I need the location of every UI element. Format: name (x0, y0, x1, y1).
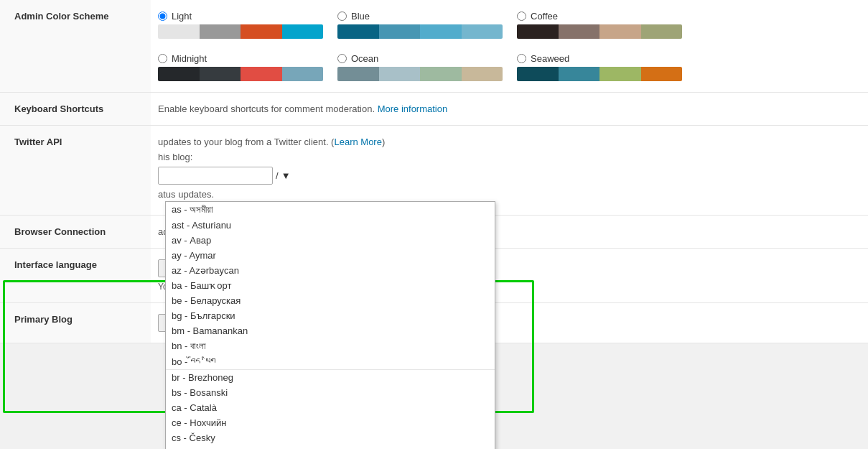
color-swatches-coffee (517, 24, 682, 39)
language-dropdown-list[interactable]: as - অসমীয়াast - Asturianuav - Аварay -… (165, 201, 495, 449)
color-option-seaweed: Seaweed (517, 53, 682, 81)
swatch (420, 24, 462, 39)
twitter-status-text: atus updates. (158, 189, 861, 200)
color-label-light[interactable]: Light (158, 11, 192, 22)
swatch (462, 24, 503, 39)
twitter-slash: / (276, 170, 279, 181)
twitter-api-label: Twitter API (0, 126, 151, 216)
swatch (282, 24, 324, 39)
swatch (559, 24, 600, 39)
color-radio-blue[interactable] (337, 11, 347, 21)
color-swatches-light (158, 24, 323, 39)
keyboard-shortcuts-link[interactable]: More information (378, 103, 448, 114)
color-radio-midnight[interactable] (158, 54, 167, 63)
dropdown-item[interactable]: bm - Bamanankan (166, 323, 495, 338)
admin-color-scheme-label: Admin Color Scheme (0, 0, 151, 93)
language-dropdown-overlay[interactable]: as - অসমীয়াast - Asturianuav - Аварay -… (165, 201, 495, 449)
admin-color-scheme-value: Light Blue (151, 0, 868, 93)
dropdown-item[interactable]: av - Авар (166, 233, 495, 248)
twitter-learn-more[interactable]: Learn More (334, 136, 381, 147)
dropdown-item[interactable]: ast - Asturianu (166, 218, 495, 233)
swatch (641, 24, 683, 39)
swatch (200, 67, 241, 81)
twitter-input-row: / ▼ (158, 167, 861, 185)
color-radio-ocean[interactable] (337, 54, 347, 63)
swatch (241, 24, 282, 39)
color-radio-light[interactable] (158, 11, 167, 21)
color-swatches-blue (337, 24, 503, 39)
color-label-ocean[interactable]: Ocean (337, 53, 378, 64)
color-label-blue[interactable]: Blue (337, 11, 370, 22)
dropdown-item[interactable]: bo - བོད་ཡིག (166, 354, 495, 369)
dropdown-item[interactable]: az - Azərbaycan (166, 263, 495, 278)
dropdown-item[interactable]: as - অসমীয়া (166, 202, 495, 218)
color-radio-coffee[interactable] (517, 11, 526, 21)
swatch (337, 24, 379, 39)
swatch (158, 67, 200, 81)
page-wrapper: Admin Color Scheme Light (0, 0, 868, 449)
color-option-coffee: Coffee (517, 11, 682, 39)
color-swatches-ocean (337, 67, 503, 81)
dropdown-item[interactable]: ba - Башҡорт (166, 278, 495, 293)
color-scheme-grid: Light Blue (158, 11, 861, 81)
swatch (379, 24, 421, 39)
primary-blog-label: Primary Blog (0, 303, 151, 343)
dropdown-item[interactable]: cs - Česky (166, 430, 495, 445)
twitter-dropdown-arrow[interactable]: ▼ (281, 170, 291, 181)
browser-connection-label: Browser Connection (0, 216, 151, 249)
swatch (337, 67, 379, 81)
color-name-ocean: Ocean (351, 53, 378, 64)
color-name-light: Light (172, 11, 192, 22)
color-option-light: Light (158, 11, 323, 39)
swatch (559, 67, 600, 81)
swatch (599, 67, 641, 81)
swatch (379, 67, 421, 81)
keyboard-shortcuts-row: Keyboard Shortcuts Enable keyboard short… (0, 93, 868, 126)
twitter-updates-text: updates to your blog from a Twitter clie… (158, 136, 329, 147)
swatch (462, 67, 503, 81)
dropdown-item[interactable]: bs - Bosanski (166, 385, 495, 400)
swatch (517, 24, 559, 39)
dropdown-item[interactable]: be - Беларуская (166, 293, 495, 308)
dropdown-item[interactable]: ca - Català (166, 400, 495, 415)
twitter-text-1: updates to your blog from a Twitter clie… (158, 136, 861, 147)
color-swatches-midnight (158, 67, 323, 81)
color-name-coffee: Coffee (531, 11, 558, 22)
keyboard-shortcuts-value: Enable keyboard shortcuts for comment mo… (151, 93, 868, 126)
color-option-blue: Blue (337, 11, 503, 39)
keyboard-shortcuts-text: Enable keyboard shortcuts for comment mo… (158, 103, 375, 114)
swatch (241, 67, 282, 81)
color-radio-seaweed[interactable] (517, 54, 526, 63)
swatch (282, 67, 324, 81)
dropdown-item[interactable]: bn - বাংলা (166, 338, 495, 354)
color-label-seaweed[interactable]: Seaweed (517, 53, 569, 64)
admin-color-scheme-row: Admin Color Scheme Light (0, 0, 868, 93)
color-name-blue: Blue (351, 11, 370, 22)
swatch (158, 24, 200, 39)
color-name-midnight: Midnight (172, 53, 207, 64)
color-option-midnight: Midnight (158, 53, 323, 81)
color-name-seaweed: Seaweed (531, 53, 569, 64)
twitter-input[interactable] (158, 167, 273, 185)
swatch (641, 67, 683, 81)
dropdown-item[interactable]: csb - Kaszëbsczi (166, 445, 495, 449)
keyboard-shortcuts-label: Keyboard Shortcuts (0, 93, 151, 126)
dropdown-item[interactable]: bg - Български (166, 308, 495, 323)
swatch (599, 24, 641, 39)
color-option-ocean: Ocean (337, 53, 503, 81)
swatch (420, 67, 462, 81)
color-label-coffee[interactable]: Coffee (517, 11, 558, 22)
dropdown-item[interactable]: br - Brezhoneg (166, 370, 495, 385)
color-swatches-seaweed (517, 67, 682, 81)
swatch (200, 24, 241, 39)
swatch (517, 67, 559, 81)
color-label-midnight[interactable]: Midnight (158, 53, 207, 64)
twitter-text-2: his blog: (158, 152, 861, 162)
dropdown-item[interactable]: ay - Aymar (166, 248, 495, 263)
interface-language-label: Interface language (0, 249, 151, 303)
dropdown-item[interactable]: ce - Нохчийн (166, 415, 495, 430)
